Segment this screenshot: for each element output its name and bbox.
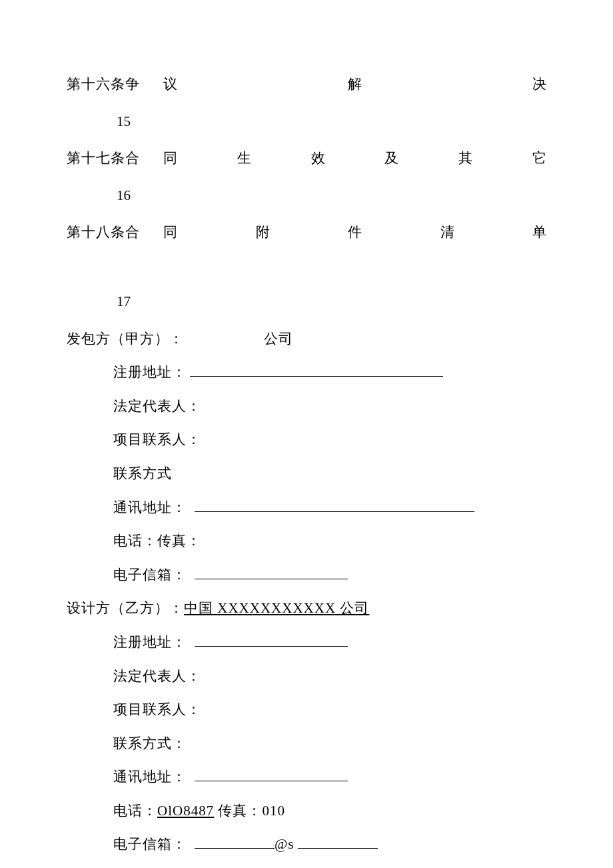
party-a-company: 公司 bbox=[264, 331, 293, 347]
party-a-email: 电子信箱： bbox=[113, 564, 546, 587]
party-b-project-contact: 项目联系人： bbox=[113, 699, 546, 721]
party-b-title: 设计方（乙方）： bbox=[67, 600, 184, 616]
party-b-email-blank1 bbox=[195, 835, 275, 849]
toc-line-18: 第十八条合 同 附 件 清 单 bbox=[67, 221, 546, 244]
toc-page-16: 15 bbox=[117, 111, 546, 133]
party-b-email-blank2 bbox=[298, 835, 378, 849]
party-a-mail-address: 通讯地址： bbox=[113, 497, 546, 519]
party-a-phone-fax: 电话：传真： bbox=[113, 530, 546, 553]
toc-prefix-18: 第十八条合 bbox=[67, 221, 140, 244]
party-b-email-at: @s bbox=[275, 836, 295, 852]
toc-spread-17: 同 生 效 及 其 它 bbox=[140, 147, 546, 170]
party-b-reg-address-blank bbox=[195, 633, 348, 647]
party-b-mail-address: 通讯地址： bbox=[113, 766, 546, 789]
party-b-reg-address-label: 注册地址： bbox=[113, 634, 187, 650]
party-b-email: 电子信箱：@s bbox=[113, 833, 546, 856]
toc-page-18: 17 bbox=[117, 291, 546, 313]
toc-line-17: 第十七条合 同 生 效 及 其 它 bbox=[67, 147, 546, 170]
party-a-contact-method: 联系方式 bbox=[113, 463, 546, 485]
party-b-phone-value: OlO8487 bbox=[157, 803, 214, 819]
toc-prefix-16: 第十六条争 bbox=[67, 73, 140, 96]
party-b-phone-fax: 电话：OlO8487 传真：010 bbox=[113, 800, 546, 823]
party-a-reg-address-blank bbox=[190, 363, 443, 377]
toc-spread-16: 议 解 决 bbox=[140, 73, 546, 96]
party-a-reg-address-label: 注册地址： bbox=[113, 364, 187, 380]
party-a-project-contact: 项目联系人： bbox=[113, 429, 546, 451]
party-b-title-line: 设计方（乙方）：中国 XXXXXXXXXXX 公司 bbox=[67, 597, 546, 620]
party-a-title-line: 发包方（甲方）：公司 bbox=[67, 328, 546, 351]
party-b-reg-address: 注册地址： bbox=[113, 631, 546, 654]
party-a-legal-rep: 法定代表人： bbox=[113, 395, 546, 418]
party-b-email-label: 电子信箱： bbox=[113, 836, 187, 852]
party-b-fax-prefix: 传真： bbox=[214, 803, 262, 819]
party-b-mail-address-label: 通讯地址： bbox=[113, 769, 187, 785]
party-a-title: 发包方（甲方）： bbox=[67, 331, 184, 347]
party-a-email-label: 电子信箱： bbox=[113, 567, 187, 583]
toc-line-16: 第十六条争 议 解 决 bbox=[67, 73, 546, 96]
party-a-reg-address: 注册地址： bbox=[113, 361, 546, 384]
party-b-legal-rep: 法定代表人： bbox=[113, 665, 546, 688]
toc-page-17: 16 bbox=[117, 185, 546, 207]
toc-spread-18: 同 附 件 清 单 bbox=[140, 221, 546, 244]
party-a-mail-address-label: 通讯地址： bbox=[113, 499, 187, 515]
party-a-email-blank bbox=[195, 565, 348, 579]
party-a-mail-address-blank bbox=[195, 498, 474, 512]
party-b-phone-prefix: 电话： bbox=[113, 803, 157, 819]
toc-prefix-17: 第十七条合 bbox=[67, 147, 140, 170]
party-b-mail-address-blank bbox=[195, 767, 348, 781]
party-b-fax-value: 010 bbox=[262, 803, 285, 819]
party-b-contact-method: 联系方式： bbox=[113, 733, 546, 755]
party-b-company: 中国 XXXXXXXXXXX 公司 bbox=[184, 600, 369, 616]
